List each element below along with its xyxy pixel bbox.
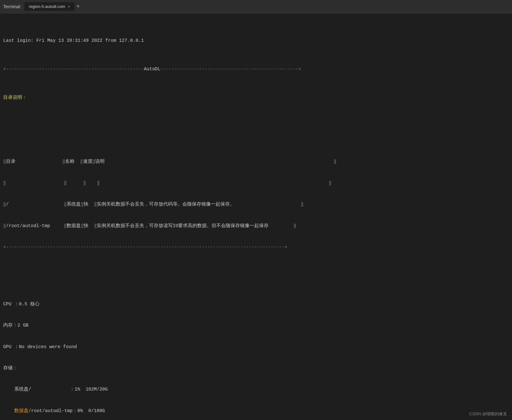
- dir-label: 目录说明：: [3, 94, 509, 101]
- table-row2: ‖/root/autodl-tmp ‖数据盘‖快 ‖实例关机数据不会丢失，可存放…: [3, 222, 509, 229]
- storage-sys: 系统盘/ ：1% 102M/20G: [3, 386, 509, 393]
- login-line: Last login: Fri May 13 20:31:49 2022 fro…: [3, 37, 509, 44]
- title-bar: Terminal: region-5.autodl.com × +: [0, 0, 512, 13]
- storage-data: 数据盘/root/autodl-tmp：0% 0/100G: [3, 407, 509, 414]
- gpu-line: GPU ：No devices were found: [3, 343, 509, 350]
- empty-line: [3, 123, 509, 130]
- table-bottom-row: +---------------------------------------…: [3, 244, 509, 251]
- watermark: CSDN @喵睡的缘龙: [469, 411, 507, 417]
- table-header-row: ‖目录 ‖名称 ‖速度‖说明 ‖: [3, 158, 509, 165]
- tab-name: region-5.autodl.com: [29, 4, 65, 9]
- storage-label: 存储：: [3, 365, 509, 372]
- empty-line2: [3, 272, 509, 279]
- terminal-body: Last login: Fri May 13 20:31:49 2022 fro…: [0, 13, 512, 420]
- new-tab-button[interactable]: +: [76, 3, 80, 10]
- separator-line: +---------------------------------------…: [3, 66, 509, 73]
- table-divider-row: ‖ ‖ ‖ ‖ ‖: [3, 180, 509, 187]
- table-row1: ‖/ ‖系统盘‖快 ‖实例关机数据不会丢失，可存放代码等。会随保存镜像一起保存。…: [3, 201, 509, 208]
- active-tab[interactable]: region-5.autodl.com ×: [24, 2, 75, 11]
- tab-close-button[interactable]: ×: [68, 4, 70, 9]
- terminal-label: Terminal:: [3, 4, 21, 9]
- cpu-line: CPU ：0.5 核心: [3, 301, 509, 308]
- mem-line: 内存：2 GB: [3, 322, 509, 329]
